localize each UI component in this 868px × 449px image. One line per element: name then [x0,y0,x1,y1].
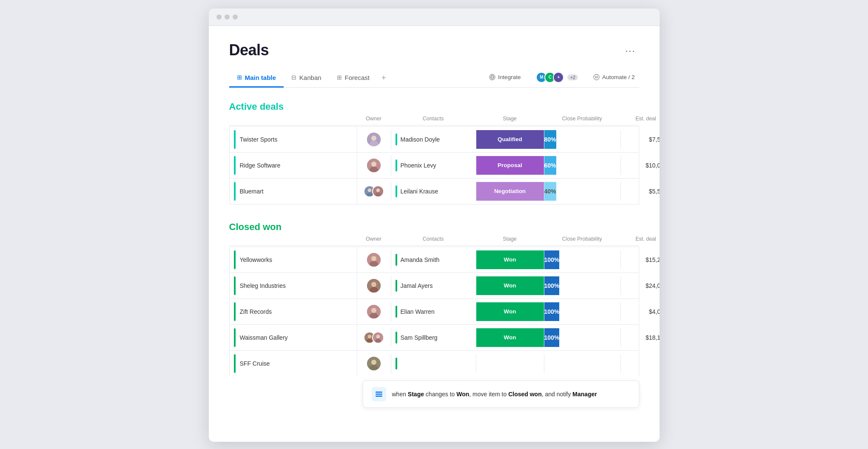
table-row: Sheleg Industries Jamal Ayers [229,273,639,298]
tab-kanban[interactable]: ⊟ Kanban [284,70,329,88]
tabs-left: ⊞ Main table ⊟ Kanban ⊞ Forecast + [229,69,485,87]
cell-deal-yellowworks: $15,200 [621,250,660,269]
contact-inner-yellowworks: Amanda Smith [396,254,440,266]
avatar-waissman-2 [372,332,384,344]
browser-dot-2 [225,14,230,20]
cell-name-yellowworks[interactable]: Yellowworks [230,247,357,273]
stage-badge-sheleg: Won [476,276,544,295]
cell-contact-zift: Elian Warren [391,302,476,321]
col-header-owner-closed: Owner [357,234,391,244]
deal-name-bluemart: Bluemart [240,188,264,195]
cell-stage-zift[interactable]: Won [476,302,544,321]
owner-face-sheleg [367,279,381,293]
cell-prob-sheleg: 100% [544,276,621,295]
automate-button[interactable]: Automate / 2 [589,72,639,82]
stage-badge-zift: Won [476,302,544,321]
avatar-group: M C + [536,72,564,83]
cell-stage-sheleg[interactable]: Won [476,276,544,295]
automation-icon [372,387,386,401]
cell-prob-sff [544,354,621,373]
automate-icon [593,74,600,80]
cell-prob-twister: 80% [544,130,621,149]
contact-bar-ridge [396,159,397,171]
contact-bar-twister [396,134,397,145]
automation-bar[interactable]: when Stage changes to Won, move item to … [363,381,639,408]
contact-name-zift: Elian Warren [401,308,435,315]
cell-owner-twister [357,129,391,150]
cell-name-waissman[interactable]: Waissman Gallery [230,325,357,350]
row-accent-green-4 [234,328,236,347]
cell-deal-bluemart: $5,500 [621,182,660,201]
app-content: Deals ··· ⊞ Main table ⊟ Kanban ⊞ Foreca… [209,26,660,442]
col-header-stage-active: Stage [476,114,544,123]
cell-stage-yellowworks[interactable]: Won [476,250,544,269]
col-header-prob-active: Close Probability [544,114,620,123]
avatar-group-waissman [364,332,384,344]
tab-add-button[interactable]: + [377,69,390,88]
table-row: Zift Records Elian Warren [229,298,639,324]
prob-bar-ridge: 60% [544,156,556,175]
contact-name-sheleg: Jamal Ayers [401,282,433,289]
table-row: Yellowworks Amanda Smith [229,247,639,273]
cell-name-sheleg[interactable]: Sheleg Industries [230,273,357,298]
kanban-icon: ⊟ [291,74,296,81]
cell-prob-bluemart: 40% [544,182,621,201]
svg-point-29 [375,338,381,343]
col-header-deal-active: Est. deal [620,114,660,123]
col-header-contacts-closed: Contacts [391,234,476,244]
automation-text: when Stage changes to Won, move item to … [392,391,597,398]
stage-badge-ridge: Proposal [476,156,544,175]
svg-point-28 [376,335,380,338]
cell-name-zift[interactable]: Zift Records [230,299,357,324]
cell-name-twister[interactable]: Twister Sports [230,127,357,152]
closed-won-section: Closed won Owner Contacts Stage Close Pr… [229,222,639,408]
integrate-icon [489,74,495,80]
cell-name-ridge[interactable]: Ridge Software [230,153,357,178]
forecast-icon: ⊞ [337,74,342,81]
avatar-group-area: M C + +2 [532,70,582,85]
contact-inner-sheleg: Jamal Ayers [396,280,433,292]
col-header-prob-closed: Close Probability [544,234,620,244]
svg-point-19 [371,282,376,287]
cell-stage-ridge[interactable]: Proposal [476,156,544,175]
contact-bar-sheleg [396,280,397,292]
cell-name-sff[interactable]: SFF Cruise [230,351,357,376]
contact-name-waissman: Sam Spillberg [401,334,438,341]
tab-forecast[interactable]: ⊞ Forecast [329,70,377,88]
avatar-sff [367,357,381,370]
col-header-stage-closed: Stage [476,234,544,244]
col-header-name-closed [229,234,357,244]
owner-face-ridge [367,159,381,172]
contact-bar-waissman [396,332,397,344]
contact-name-bluemart: Leilani Krause [401,188,438,195]
cell-deal-sheleg: $24,000 [621,276,660,295]
integrate-button[interactable]: Integrate [485,72,525,82]
cell-prob-zift: 100% [544,302,621,321]
deal-name-twister: Twister Sports [240,136,278,143]
contact-inner-zift: Elian Warren [396,306,435,318]
cell-contact-sff [391,354,476,373]
cell-stage-waissman[interactable]: Won [476,328,544,347]
page-title: Deals [229,41,269,59]
browser-dot-3 [233,14,238,20]
stage-badge-bluemart: Negotiation [476,182,544,201]
contact-bar-bluemart [396,185,397,197]
contact-name-ridge: Phoenix Levy [401,162,436,169]
cell-stage-twister[interactable]: Qualified [476,130,544,149]
deal-name-waissman: Waissman Gallery [240,334,288,341]
row-accent-green-5 [234,354,236,373]
cell-contact-ridge: Phoenix Levy [391,156,476,175]
contact-inner-sff [396,358,397,369]
cell-stage-sff [476,354,544,373]
svg-point-14 [375,192,381,196]
cell-owner-waissman [357,328,391,347]
svg-point-11 [367,192,373,196]
svg-rect-33 [376,392,382,393]
cell-stage-bluemart[interactable]: Negotiation [476,182,544,201]
cell-deal-sff [621,354,660,373]
more-options-button[interactable]: ··· [622,44,639,58]
cell-name-bluemart[interactable]: Bluemart [230,179,357,204]
cell-owner-sff [357,353,391,374]
cell-contact-yellowworks: Amanda Smith [391,250,476,269]
tab-main-table[interactable]: ⊞ Main table [229,70,284,88]
